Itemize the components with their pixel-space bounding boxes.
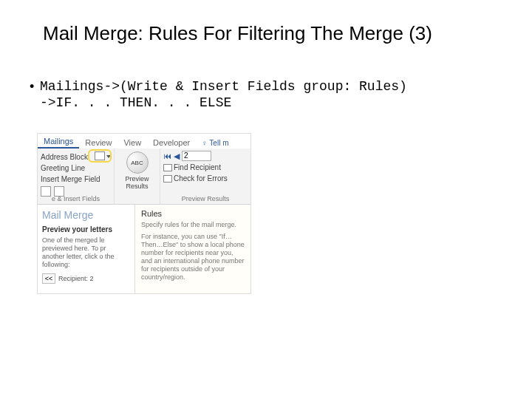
word-screenshot: Mailings Review View Developer ♀ Tell m … — [37, 133, 251, 294]
preview-results-label: Preview Results — [115, 174, 160, 190]
tooltip-subtitle: Specify rules for the mail merge. — [141, 221, 245, 233]
mail-merge-title: Mail Merge — [42, 209, 130, 225]
first-record-button[interactable]: ⏮ — [163, 151, 171, 160]
tab-mailings[interactable]: Mailings — [38, 135, 79, 149]
ribbon-tabs: Mailings Review View Developer ♀ Tell m — [38, 134, 250, 149]
record-number-input[interactable]: 2 — [182, 151, 211, 161]
tab-view[interactable]: View — [117, 137, 147, 149]
rules-tooltip: Rules Specify rules for the mail merge. … — [135, 205, 250, 293]
greeting-line-button[interactable]: Greeting Line — [41, 163, 112, 174]
preview-letters-heading: Preview your letters — [42, 225, 130, 236]
ribbon: Address Block Greeting Line Insert Merge… — [38, 149, 250, 205]
preview-results-button[interactable]: ABC — [126, 151, 149, 174]
find-recipient-button[interactable]: Find Recipient — [163, 162, 248, 173]
rules-button[interactable] — [89, 150, 111, 162]
tooltip-title: Rules — [141, 209, 245, 221]
prev-record-button[interactable]: ◀ — [174, 151, 180, 161]
bullet-line-1: Mailings->(Write & Insert Fields group: … — [40, 78, 407, 95]
bullet-list: • Mailings->(Write & Insert Fields group… — [0, 45, 532, 111]
preview-letters-body: One of the merged le previewed here. To … — [42, 236, 130, 269]
write-insert-fields-group: Address Block Greeting Line Insert Merge… — [38, 149, 115, 204]
mail-merge-pane: Mail Merge Preview your letters One of t… — [38, 205, 135, 293]
write-insert-fields-label: e & Insert Fields — [38, 195, 114, 202]
preview-results-group: ABC Preview Results — [115, 149, 160, 204]
tell-me-label: Tell m — [209, 139, 228, 147]
slide-title: Mail Merge: Rules For Filtering The Merg… — [0, 0, 532, 45]
check-errors-button[interactable]: Check for Errors — [163, 173, 248, 184]
bullet-line-2: ->IF. . . THEN. . . ELSE — [30, 95, 502, 111]
rules-icon — [95, 151, 105, 160]
bullet-marker: • — [30, 78, 40, 95]
pane-recipient-label: Recipient: 2 — [58, 275, 94, 282]
tell-me[interactable]: ♀ Tell m — [196, 137, 234, 149]
tab-review[interactable]: Review — [79, 137, 117, 149]
lower-panes: Mail Merge Preview your letters One of t… — [38, 205, 250, 293]
record-navigation-group: ⏮ ◀ 2 Find Recipient Check for Errors Pr… — [160, 149, 250, 204]
pane-prev-recipient-button[interactable]: << — [42, 273, 55, 284]
insert-merge-field-button[interactable]: Insert Merge Field — [41, 174, 112, 185]
tooltip-body: For instance, you can use "If…Then…Else"… — [141, 233, 245, 282]
preview-results-group-label: Preview Results — [160, 195, 250, 202]
tab-developer[interactable]: Developer — [147, 137, 196, 149]
